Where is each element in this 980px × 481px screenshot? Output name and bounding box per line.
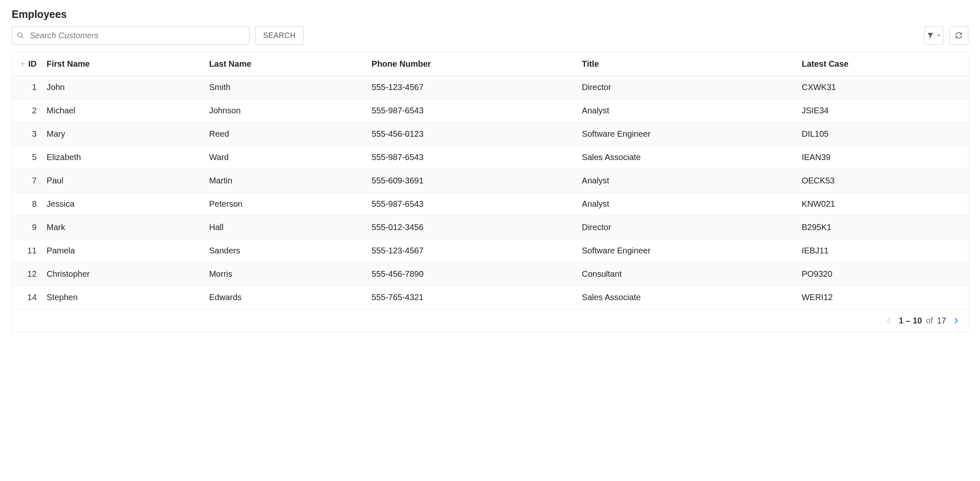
column-header-latest-case[interactable]: Latest Case bbox=[796, 53, 968, 76]
pagination-next-button[interactable] bbox=[950, 315, 961, 326]
column-header-phone[interactable]: Phone Number bbox=[366, 53, 576, 76]
cell-phone: 555-765-4321 bbox=[366, 286, 576, 309]
cell-id: 3 bbox=[12, 123, 41, 146]
employees-table: ↑ ID First Name Last Name Phone Number T… bbox=[12, 53, 968, 309]
column-header-first-name[interactable]: First Name bbox=[41, 53, 204, 76]
cell-title: Consultant bbox=[576, 263, 796, 286]
cell-latest-case: KNW021 bbox=[796, 193, 968, 216]
cell-id: 14 bbox=[12, 286, 41, 309]
cell-first-name: Christopher bbox=[41, 263, 204, 286]
cell-first-name: John bbox=[41, 76, 204, 99]
cell-phone: 555-609-3691 bbox=[366, 169, 576, 193]
cell-title: Software Engineer bbox=[576, 239, 796, 263]
chevron-down-icon bbox=[937, 33, 941, 38]
cell-phone: 555-456-0123 bbox=[366, 123, 576, 146]
cell-id: 1 bbox=[12, 76, 41, 99]
column-header-id[interactable]: ↑ ID bbox=[12, 53, 41, 76]
cell-last-name: Sanders bbox=[203, 239, 366, 263]
cell-latest-case: B295K1 bbox=[796, 216, 968, 239]
column-header-label: ID bbox=[28, 59, 37, 68]
cell-last-name: Peterson bbox=[203, 193, 366, 216]
table-row[interactable]: 8JessicaPeterson555-987-6543AnalystKNW02… bbox=[12, 193, 968, 216]
search-wrapper bbox=[12, 26, 249, 45]
column-header-label: Latest Case bbox=[802, 59, 848, 68]
cell-last-name: Reed bbox=[203, 123, 366, 146]
cell-id: 9 bbox=[12, 216, 41, 239]
employees-table-wrap: ↑ ID First Name Last Name Phone Number T… bbox=[12, 52, 968, 332]
cell-first-name: Michael bbox=[41, 99, 204, 123]
cell-first-name: Jessica bbox=[41, 193, 204, 216]
cell-id: 8 bbox=[12, 193, 41, 216]
cell-last-name: Ward bbox=[203, 146, 366, 169]
table-row[interactable]: 14StephenEdwards555-765-4321Sales Associ… bbox=[12, 286, 968, 309]
cell-first-name: Mark bbox=[41, 216, 204, 239]
cell-title: Sales Associate bbox=[576, 286, 796, 309]
cell-title: Analyst bbox=[576, 169, 796, 193]
cell-id: 5 bbox=[12, 146, 41, 169]
table-row[interactable]: 12ChristopherMorris555-456-7890Consultan… bbox=[12, 263, 968, 286]
cell-last-name: Johnson bbox=[203, 99, 366, 123]
cell-latest-case: OECK53 bbox=[796, 169, 968, 193]
cell-phone: 555-456-7890 bbox=[366, 263, 576, 286]
cell-title: Software Engineer bbox=[576, 123, 796, 146]
cell-latest-case: PO9320 bbox=[796, 263, 968, 286]
page-title: Employees bbox=[12, 8, 968, 20]
chevron-right-icon bbox=[952, 317, 960, 324]
cell-first-name: Stephen bbox=[41, 286, 204, 309]
column-header-label: Phone Number bbox=[372, 59, 431, 68]
cell-id: 2 bbox=[12, 99, 41, 123]
table-row[interactable]: 11PamelaSanders555-123-4567Software Engi… bbox=[12, 239, 968, 263]
table-row[interactable]: 2MichaelJohnson555-987-6543AnalystJSIE34 bbox=[12, 99, 968, 123]
cell-first-name: Mary bbox=[41, 123, 204, 146]
cell-id: 12 bbox=[12, 263, 41, 286]
pagination-bar: 1 – 10 of 17 bbox=[12, 309, 968, 332]
column-header-title[interactable]: Title bbox=[576, 53, 796, 76]
cell-id: 7 bbox=[12, 169, 41, 193]
cell-title: Director bbox=[576, 76, 796, 99]
filter-button[interactable] bbox=[924, 26, 943, 45]
cell-phone: 555-012-3456 bbox=[366, 216, 576, 239]
cell-last-name: Edwards bbox=[203, 286, 366, 309]
cell-first-name: Pamela bbox=[41, 239, 204, 263]
cell-phone: 555-987-6543 bbox=[366, 193, 576, 216]
cell-title: Director bbox=[576, 216, 796, 239]
cell-last-name: Hall bbox=[203, 216, 366, 239]
chevron-left-icon bbox=[885, 317, 893, 324]
table-row[interactable]: 7PaulMartin555-609-3691AnalystOECK53 bbox=[12, 169, 968, 193]
cell-latest-case: CXWK31 bbox=[796, 76, 968, 99]
search-input[interactable] bbox=[12, 26, 249, 45]
pagination-range: 1 – 10 bbox=[899, 316, 922, 325]
cell-phone: 555-123-4567 bbox=[366, 239, 576, 263]
search-button[interactable]: SEARCH bbox=[255, 26, 304, 45]
table-row[interactable]: 9MarkHall555-012-3456DirectorB295K1 bbox=[12, 216, 968, 239]
pagination-total: 17 bbox=[937, 316, 946, 325]
cell-first-name: Paul bbox=[41, 169, 204, 193]
pagination-of-label: of bbox=[926, 316, 933, 325]
cell-last-name: Martin bbox=[203, 169, 366, 193]
cell-id: 11 bbox=[12, 239, 41, 263]
filter-icon bbox=[927, 32, 934, 39]
table-row[interactable]: 5ElizabethWard555-987-6543Sales Associat… bbox=[12, 146, 968, 169]
cell-latest-case: WERI12 bbox=[796, 286, 968, 309]
cell-title: Analyst bbox=[576, 99, 796, 123]
refresh-button[interactable] bbox=[949, 26, 968, 45]
column-header-label: First Name bbox=[47, 59, 90, 68]
table-row[interactable]: 3MaryReed555-456-0123Software EngineerDI… bbox=[12, 123, 968, 146]
column-header-last-name[interactable]: Last Name bbox=[203, 53, 366, 76]
sort-ascending-icon: ↑ bbox=[20, 60, 24, 69]
table-row[interactable]: 1JohnSmith555-123-4567DirectorCXWK31 bbox=[12, 76, 968, 99]
column-header-label: Last Name bbox=[209, 59, 251, 68]
cell-phone: 555-123-4567 bbox=[366, 76, 576, 99]
cell-first-name: Elizabeth bbox=[41, 146, 204, 169]
column-header-label: Title bbox=[582, 59, 599, 68]
cell-latest-case: DIL105 bbox=[796, 123, 968, 146]
cell-latest-case: IEAN39 bbox=[796, 146, 968, 169]
cell-phone: 555-987-6543 bbox=[366, 146, 576, 169]
pagination-prev-button[interactable] bbox=[884, 315, 895, 326]
pagination-text: 1 – 10 of 17 bbox=[899, 316, 946, 326]
cell-title: Sales Associate bbox=[576, 146, 796, 169]
cell-title: Analyst bbox=[576, 193, 796, 216]
cell-latest-case: IEBJ11 bbox=[796, 239, 968, 263]
cell-phone: 555-987-6543 bbox=[366, 99, 576, 123]
cell-last-name: Smith bbox=[203, 76, 366, 99]
